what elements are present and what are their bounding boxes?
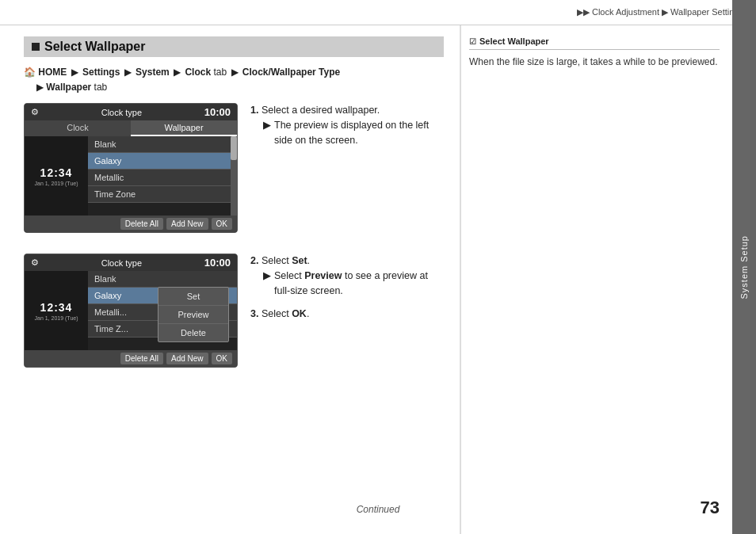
home-icon: 🏠 — [24, 67, 36, 78]
nav-tab-2: tab — [94, 82, 108, 93]
nav-tab-1: tab — [213, 67, 229, 78]
screen-1-header-label: Clock type — [101, 108, 142, 117]
nav-arrow-1: ▶ — [71, 67, 81, 78]
screen-1-list-wrapper: Blank Galaxy Metallic Time Zone — [88, 136, 237, 216]
page-number: 73 — [701, 498, 720, 518]
right-info-panel: ☑ Select Wallpaper When the file size is… — [460, 25, 732, 534]
screen-2-clock-time: 12:34 — [40, 301, 73, 314]
nav-home: HOME — [38, 67, 67, 78]
nav-arrow-2: ▶ — [124, 67, 134, 78]
screen-1-preview: 12:34 Jan 1, 2019 (Tue) — [25, 136, 88, 216]
nav-type: Clock/Wallpaper Type — [242, 67, 340, 78]
popup-set[interactable]: Set — [158, 288, 228, 306]
screen-2-btn-delete-all[interactable]: Delete All — [120, 353, 163, 364]
screen-1-btn-add-new[interactable]: Add New — [166, 218, 208, 230]
nav-settings: Settings — [82, 67, 120, 78]
screen-1-scrollbar[interactable] — [231, 136, 237, 216]
breadcrumb-bar: ▶▶ Clock Adjustment ▶ Wallpaper Settings — [0, 0, 756, 25]
screen-1: ⚙ Clock type 10:00 Clock Wallpaper 12:34… — [24, 103, 238, 233]
list-item-metallic[interactable]: Metallic — [88, 170, 237, 186]
screens-container: ⚙ Clock type 10:00 Clock Wallpaper 12:34… — [24, 103, 444, 244]
screen-2-header-label: Clock type — [101, 258, 142, 268]
nav-clock: Clock — [185, 67, 211, 78]
screen-1-time: 10:00 — [204, 106, 231, 118]
screen-2-header: ⚙ Clock type 10:00 — [25, 254, 237, 271]
screen-1-clock-date: Jan 1, 2019 (Tue) — [35, 181, 78, 186]
right-sidebar: System Setup — [732, 0, 756, 534]
list-item-timezone[interactable]: Time Zone — [88, 186, 237, 203]
list-item-blank[interactable]: Blank — [88, 136, 237, 153]
screen-1-list: Blank Galaxy Metallic Time Zone — [88, 136, 237, 203]
section-title-bar: Select Wallpaper — [24, 36, 444, 57]
instruction-2: 2. Select Set. ▶ Select Preview to see a… — [250, 254, 444, 298]
screen-1-tab-clock[interactable]: Clock — [25, 120, 131, 136]
screen-2-list-wrapper: Blank Galaxy Metalli... Time Z... Set Pr… — [88, 271, 237, 350]
screen2-row: ⚙ Clock type 10:00 12:34 Jan 1, 2019 (Tu… — [24, 254, 444, 379]
step-1-arrow: ▶ — [263, 118, 271, 148]
step-2-arrow: ▶ — [263, 269, 271, 299]
continued-label: Continued — [357, 504, 400, 515]
step-1-sub: ▶ The preview is displayed on the left s… — [250, 118, 444, 148]
instruction-3: 3. Select OK. — [250, 307, 444, 322]
screen-1-clock-time: 12:34 — [40, 166, 73, 179]
screen-1-btn-delete-all[interactable]: Delete All — [120, 218, 163, 230]
popup-preview[interactable]: Preview — [158, 306, 228, 324]
screen-1-header: ⚙ Clock type 10:00 — [25, 104, 237, 120]
screen-1-tab-wallpaper[interactable]: Wallpaper — [131, 120, 237, 136]
screen-2-preview: 12:34 Jan 1, 2019 (Tue) — [25, 271, 88, 350]
instruction-1: 1. Select a desired wallpaper. ▶ The pre… — [250, 103, 444, 147]
popup-delete[interactable]: Delete — [158, 324, 228, 341]
nav-system: System — [136, 67, 170, 78]
screen-2-footer: Delete All Add New OK — [25, 350, 237, 367]
step-1-sub-text: The preview is displayed on the left sid… — [274, 118, 444, 148]
info-box-text: When the file size is large, it takes a … — [469, 55, 720, 70]
step-2-num: 2. — [250, 255, 258, 266]
info-title-text: Select Wallpaper — [479, 36, 549, 46]
screen-2-popup: Set Preview Delete — [158, 287, 229, 342]
step-2-set: Set — [292, 255, 307, 266]
sidebar-label: System Setup — [739, 235, 749, 299]
section-title-text: Select Wallpaper — [44, 40, 145, 54]
breadcrumb-text: ▶▶ Clock Adjustment ▶ Wallpaper Settings — [577, 7, 743, 17]
screen-2-btn-ok[interactable]: OK — [212, 353, 232, 364]
main-content: Select Wallpaper 🏠 HOME ▶ Settings ▶ Sys… — [0, 25, 732, 534]
screen-2-time: 10:00 — [204, 257, 231, 269]
nav-arrow-5: ▶ — [36, 82, 46, 93]
step-2-prefix: Select — [262, 255, 292, 266]
info-icon: ☑ — [469, 37, 476, 46]
step-2-sub: ▶ Select Preview to see a preview at ful… — [250, 269, 444, 299]
nav-arrow-4: ▶ — [231, 67, 241, 78]
screen-1-footer: Delete All Add New OK — [25, 216, 237, 232]
screen-1-tabs: Clock Wallpaper — [25, 120, 237, 136]
step-2-sub-text: Select Preview to see a preview at full-… — [274, 269, 444, 299]
screen-2-body: 12:34 Jan 1, 2019 (Tue) Blank Galaxy Met… — [25, 271, 237, 350]
step-1-text: Select a desired wallpaper. — [262, 105, 380, 116]
instructions-container: 1. Select a desired wallpaper. ▶ The pre… — [250, 103, 444, 244]
left-content: Select Wallpaper 🏠 HOME ▶ Settings ▶ Sys… — [0, 25, 460, 534]
screen-2-clock-date: Jan 1, 2019 (Tue) — [35, 315, 78, 321]
instructions-2-3: 2. Select Set. ▶ Select Preview to see a… — [250, 254, 444, 379]
screen-1-btn-ok[interactable]: OK — [212, 218, 232, 230]
step-2-suffix: . — [307, 255, 310, 266]
info-box-title: ☑ Select Wallpaper — [469, 36, 720, 50]
list-item-galaxy[interactable]: Galaxy — [88, 153, 237, 170]
nav-arrow-3: ▶ — [174, 67, 183, 78]
screen-2-btn-add-new[interactable]: Add New — [166, 353, 208, 364]
screen-2: ⚙ Clock type 10:00 12:34 Jan 1, 2019 (Tu… — [24, 254, 238, 368]
screen-1-scrollbar-thumb — [231, 136, 237, 160]
step-3-num: 3. — [250, 308, 258, 319]
nav-path: 🏠 HOME ▶ Settings ▶ System ▶ Clock tab ▶… — [24, 65, 444, 95]
screen-2-gear-icon: ⚙ — [31, 257, 39, 268]
screen-1-gear-icon: ⚙ — [31, 107, 39, 117]
step-3-text: Select OK. — [262, 308, 309, 319]
section-title-icon — [32, 43, 40, 51]
screen-1-body: 12:34 Jan 1, 2019 (Tue) Blank Galaxy Met… — [25, 136, 237, 216]
nav-wallpaper: Wallpaper — [46, 82, 91, 93]
step-1-num: 1. — [250, 105, 258, 116]
screen-2-list-blank[interactable]: Blank — [88, 271, 237, 288]
